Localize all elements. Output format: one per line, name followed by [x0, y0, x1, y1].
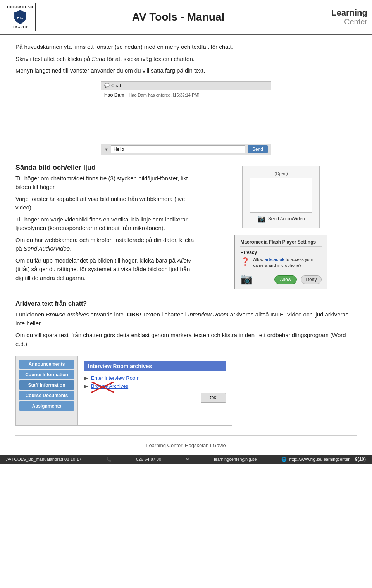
browse-archives-link-2: chives [114, 383, 128, 389]
chat-footer: ▼ Send [101, 144, 271, 155]
logo-shield-icon: HIG [13, 10, 27, 25]
footer-phone-icon: 📞 [106, 457, 112, 462]
chat-screenshot: 💬 Chat Hao Dam Hao Dam has entered. [15:… [101, 81, 271, 155]
left-menu: Announcements Course Information Staff I… [16, 356, 78, 425]
section-p1: Till höger om chattområdet finns tre (3)… [16, 174, 196, 192]
intro-paragraph-1: På huvudskärmen yta finns ett fönster (s… [16, 43, 356, 52]
enter-interview-room-link[interactable]: Enter Interview Room [91, 375, 140, 381]
flash-section-label: Privacy [240, 250, 322, 255]
chat-color-btn[interactable]: ▼ [104, 147, 108, 152]
intro-paragraph-2: Skriv i textfältet och klicka på Send fö… [16, 55, 356, 64]
footer-bar: AVTOOLS_Bb_manualändrad 08-10-17 📞 026-6… [0, 455, 372, 464]
bottom-screenshot: Announcements Course Information Staff I… [16, 356, 232, 426]
send-av-box: (Open) 📷 Send Audio/Video [242, 166, 320, 228]
send-av-button-area: 📷 Send Audio/Video [257, 214, 305, 223]
flash-allow-button[interactable]: Allow [274, 275, 297, 284]
learning-center-logo: Learning Center [321, 8, 367, 26]
archive-p1: Funktionen Browse Archives används inte.… [16, 310, 356, 328]
flash-icon-row: ❓ Allow arts.ac.uk to access your camera… [240, 257, 322, 269]
intro-paragraph-3: Menyn längst ned till vänster använder d… [16, 66, 356, 75]
interview-room-panel: Interview Room archives ▶ Enter Intervie… [78, 356, 232, 425]
footer-bar-right: 🌐 http://www.hig.se/learningcenter 9(10) [281, 457, 366, 462]
chat-input[interactable] [111, 145, 245, 153]
learning-label: Learning [321, 8, 367, 17]
flash-buttons: Allow Deny [274, 275, 322, 284]
footer-center-text: Learning Center, Högskolan i Gävle [16, 435, 356, 451]
footer-url: http://www.hig.se/learningcenter [289, 457, 350, 462]
flash-link: arts.ac.uk [265, 257, 284, 262]
logo-text-bottom: I GÄVLE [12, 26, 28, 29]
logo-text-top: HÖGSKOLAN [7, 5, 33, 9]
flash-permission-text: Allow arts.ac.uk to access your camera a… [253, 257, 322, 269]
chat-titlebar: 💬 Chat [101, 82, 271, 90]
chat-username: Hao Dam [104, 92, 124, 98]
chat-icon: 💬 [104, 83, 110, 88]
arrow-icon-2: ▶ [84, 383, 88, 389]
flash-title: Macromedia Flash Player Settings [240, 239, 322, 247]
page-header: HÖGSKOLAN HIG I GÄVLE AV Tools - Manual … [0, 0, 372, 35]
interview-link-row-2: ▶ Browse Archives [84, 383, 226, 389]
menu-course-documents[interactable]: Course Documents [19, 391, 74, 400]
flash-settings-box: Macromedia Flash Player Settings Privacy… [234, 235, 327, 290]
section-heading: Sända bild och/eller ljud [16, 164, 196, 172]
footer-email-icon: ✉ [186, 457, 189, 462]
two-col-section: Sända bild och/eller ljud Till höger om … [16, 162, 356, 290]
archive-section: Arkivera text från chatt? Funktionen Bro… [16, 300, 356, 426]
archive-p2: Texten i chatten i Interview Room arkive… [143, 311, 286, 318]
svg-text:HIG: HIG [17, 16, 23, 20]
chat-entered-message: Hao Dam has entered. [15:32:14 PM] [129, 93, 199, 97]
chat-send-button[interactable]: Send [248, 145, 268, 153]
menu-course-information[interactable]: Course Information [19, 370, 74, 379]
section-p2: Varje fönster är kapabelt att visa bild … [16, 195, 196, 212]
flash-camera-icon: 📷 [240, 273, 253, 285]
footer-page-number: 9(10) [355, 457, 366, 462]
chat-window-title: Chat [111, 83, 121, 88]
menu-assignments[interactable]: Assignments [19, 401, 74, 411]
center-label: Center [321, 17, 367, 26]
obs-label: OBS! [127, 311, 141, 318]
menu-announcements[interactable]: Announcements [19, 360, 74, 369]
page-title: AV Tools - Manual [36, 11, 321, 23]
section-p5: Om du får upp meddelandet på bilden till… [16, 256, 196, 283]
footer-phone: 026-64 87 00 [136, 457, 161, 462]
archive-p4: Om du vill spara text ifrån chatten görs… [16, 331, 356, 348]
flash-deny-button[interactable]: Deny [301, 275, 322, 284]
section-p4: Om du har webbkamera och mikrofon instal… [16, 236, 196, 253]
footer-globe-icon: 🌐 [281, 457, 287, 462]
right-column: (Open) 📷 Send Audio/Video Macromedia Fla… [206, 162, 356, 290]
browse-archives-link[interactable]: Browse Ar [91, 383, 114, 389]
flash-question-icon: ❓ [240, 257, 250, 266]
menu-staff-information[interactable]: Staff Information [19, 380, 74, 390]
section-p3: Till höger om varje videobild finns en v… [16, 215, 196, 233]
browse-archives-container: Browse Archives [91, 383, 128, 389]
archive-heading: Arkivera text från chatt? [16, 300, 356, 307]
send-av-button-label: Send Audio/Video [268, 216, 305, 221]
university-logo: HÖGSKOLAN HIG I GÄVLE [5, 3, 36, 31]
send-av-preview [250, 178, 312, 213]
ok-btn-area: OK [84, 393, 226, 403]
arrow-icon-1: ▶ [84, 375, 88, 381]
send-av-icon: 📷 [257, 214, 266, 223]
main-content: På huvudskärmen yta finns ett fönster (s… [0, 35, 372, 455]
open-label: (Open) [274, 171, 288, 176]
interview-room-header: Interview Room archives [84, 361, 226, 371]
footer-filename: AVTOOLS_Bb_manualändrad 08-10-17 [6, 457, 81, 462]
chat-body: Hao Dam Hao Dam has entered. [15:32:14 P… [101, 90, 271, 144]
interview-link-row-1: ▶ Enter Interview Room [84, 375, 226, 381]
left-column: Sända bild och/eller ljud Till höger om … [16, 162, 196, 290]
ok-button[interactable]: OK [201, 393, 226, 403]
footer-email: learningcenter@hig.se [214, 457, 257, 462]
